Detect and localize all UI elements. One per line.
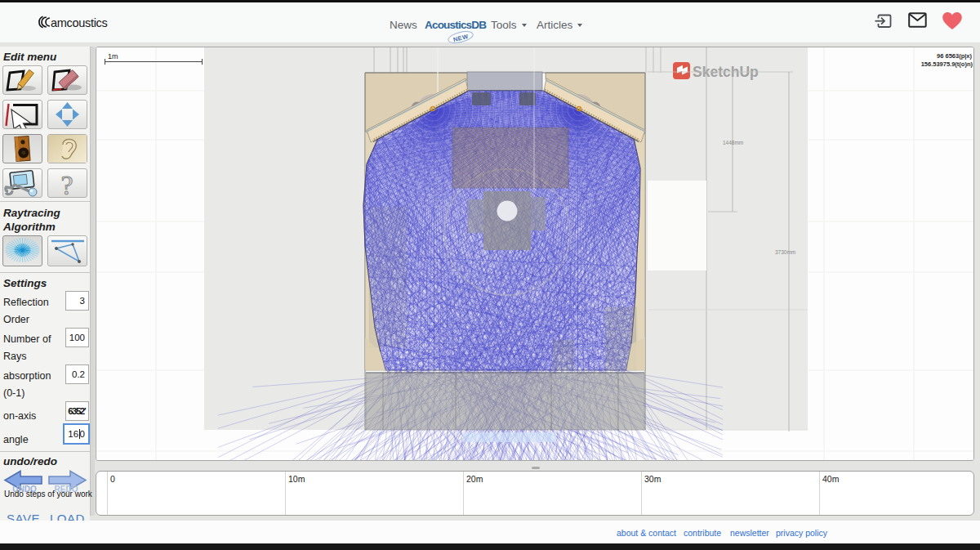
svg-text:3730mm: 3730mm (775, 249, 795, 255)
svg-text:amcoustics: amcoustics (51, 16, 108, 29)
svg-text:1m: 1m (108, 52, 118, 60)
svg-text:156.53975.9(t(o)n): 156.53975.9(t(o)n) (921, 60, 973, 68)
svg-text:96 6563(p|x): 96 6563(p|x) (937, 52, 972, 60)
svg-text:?: ? (60, 170, 73, 197)
svg-text:1448mm: 1448mm (723, 140, 743, 145)
